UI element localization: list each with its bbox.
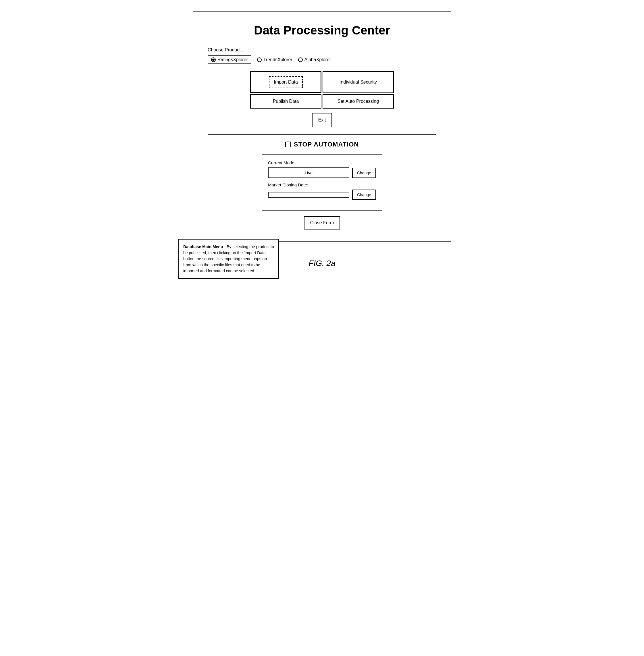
radio-trendsxplorer[interactable]: TrendsXplorer — [257, 57, 293, 62]
market-closing-input-row: Change — [268, 190, 376, 200]
choose-product-label: Choose Product ... — [208, 47, 436, 52]
exit-button[interactable]: Exit — [312, 113, 332, 127]
main-button-grid: Import Data Individual Security Publish … — [250, 71, 394, 109]
market-closing-value — [268, 192, 349, 197]
set-auto-processing-button[interactable]: Set Auto Processing — [323, 94, 394, 109]
import-data-label: Import Data — [269, 76, 303, 88]
current-mode-change-button[interactable]: Change — [352, 168, 376, 178]
tooltip-bold: Database Main Menu — [183, 244, 223, 249]
radio-alphaxplorer[interactable]: AlphaXplorer — [298, 57, 331, 62]
stop-automation-label: STOP AUTOMATION — [208, 141, 436, 148]
radio-ratingsxplorer[interactable]: RatingsXplorer — [208, 55, 251, 64]
market-closing-label: Market Closing Date: — [268, 182, 376, 187]
current-mode-label: Current Mode: — [268, 160, 376, 165]
radio-circle-ratingsxplorer — [211, 57, 216, 62]
section-divider — [208, 135, 436, 135]
close-form-button[interactable]: Close Form — [304, 216, 340, 230]
market-closing-change-button[interactable]: Change — [352, 190, 376, 200]
product-radio-group: RatingsXplorer TrendsXplorer AlphaXplore… — [208, 55, 436, 64]
current-mode-input-row: Live Change — [268, 167, 376, 178]
market-closing-row: Market Closing Date: Change — [268, 182, 376, 200]
current-mode-row: Current Mode: Live Change — [268, 160, 376, 178]
current-mode-value: Live — [268, 167, 349, 178]
stop-automation-section: STOP AUTOMATION — [208, 141, 436, 148]
page-title: Data Processing Center — [208, 24, 436, 37]
stop-automation-checkbox[interactable] — [285, 142, 291, 147]
import-data-button[interactable]: Import Data — [250, 71, 321, 93]
individual-security-button[interactable]: Individual Security — [323, 71, 394, 93]
stop-automation-text: STOP AUTOMATION — [294, 141, 359, 148]
mode-panel: Current Mode: Live Change Market Closing… — [262, 154, 382, 211]
radio-circle-alphaxplorer — [298, 57, 303, 62]
tooltip-box: Database Main Menu - By selecting the pr… — [178, 239, 279, 279]
publish-data-button[interactable]: Publish Data — [250, 94, 321, 109]
radio-label-alphaxplorer: AlphaXplorer — [304, 57, 331, 62]
radio-circle-trendsxplorer — [257, 57, 262, 62]
radio-label-trendsxplorer: TrendsXplorer — [263, 57, 293, 62]
radio-label-ratingsxplorer: RatingsXplorer — [217, 57, 248, 62]
main-panel: Data Processing Center Choose Product ..… — [193, 11, 451, 241]
